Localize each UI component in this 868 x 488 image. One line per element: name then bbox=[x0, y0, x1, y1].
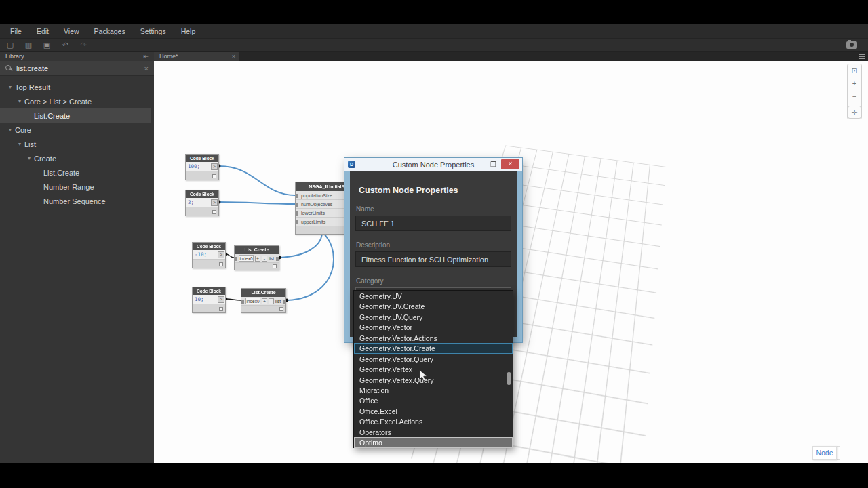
code-block-node[interactable]: Code Block 100; > bbox=[185, 154, 219, 180]
code-block-node[interactable]: Code Block 10; > bbox=[192, 287, 226, 313]
preview-checkbox[interactable] bbox=[273, 264, 277, 268]
menu-item[interactable]: Settings bbox=[133, 24, 174, 39]
scrollbar-thumb[interactable] bbox=[507, 372, 511, 385]
tree-item-label: List bbox=[24, 140, 36, 148]
minimize-icon[interactable]: – bbox=[481, 159, 486, 169]
tree-item-label: Core > List > Create bbox=[24, 98, 92, 106]
input-port[interactable] bbox=[296, 194, 298, 198]
input-label: numObjectives bbox=[301, 202, 332, 207]
code-block-node[interactable]: Code Block -10; > bbox=[192, 242, 226, 268]
workspace-menu-icon[interactable] bbox=[859, 54, 865, 59]
code-value[interactable]: 2; bbox=[186, 199, 194, 205]
category-option[interactable]: Geometry.Vector.Actions bbox=[354, 333, 513, 343]
open-file-icon[interactable]: ▥ bbox=[23, 39, 34, 51]
zoom-controls: ⊡+−✛ bbox=[847, 64, 862, 119]
code-block-node[interactable]: Code Block 2; > bbox=[185, 190, 219, 216]
preview-checkbox[interactable] bbox=[219, 262, 223, 266]
category-option[interactable]: Office bbox=[354, 395, 513, 405]
category-option[interactable]: Geometry.Vertex.Query bbox=[354, 375, 513, 385]
output-port[interactable]: > bbox=[218, 296, 224, 303]
expand-arrow-icon[interactable]: ▾ bbox=[24, 155, 34, 161]
zoom-out-icon[interactable]: − bbox=[848, 90, 861, 103]
expand-arrow-icon[interactable]: ▾ bbox=[15, 98, 24, 104]
code-value[interactable]: 100; bbox=[186, 163, 200, 169]
category-option[interactable]: Geometry.Vertex bbox=[354, 364, 513, 374]
collapse-panel-icon[interactable]: ⇤ bbox=[143, 53, 149, 60]
input-port[interactable] bbox=[241, 300, 244, 304]
input-port[interactable] bbox=[296, 211, 298, 216]
menu-item[interactable]: File bbox=[3, 24, 29, 39]
library-tree-item[interactable]: List.Create bbox=[0, 165, 151, 180]
add-input-button[interactable]: + bbox=[255, 256, 260, 262]
output-port[interactable]: > bbox=[211, 163, 218, 170]
maximize-icon[interactable]: ❐ bbox=[490, 159, 496, 169]
category-option[interactable]: Migration bbox=[354, 385, 513, 395]
view-toggle: Geom Node bbox=[812, 446, 840, 460]
library-tree-item[interactable]: List.Create bbox=[0, 108, 151, 123]
menu-item[interactable]: View bbox=[56, 24, 87, 39]
menu-item[interactable]: Packages bbox=[87, 24, 133, 39]
description-field[interactable] bbox=[355, 251, 511, 267]
library-tree-item[interactable]: ▾ List bbox=[0, 137, 151, 151]
list-create-node[interactable]: List.Create index0 + - list bbox=[234, 245, 279, 270]
name-field[interactable] bbox=[355, 216, 511, 231]
undo-icon[interactable]: ↶ bbox=[60, 39, 71, 51]
expand-arrow-icon[interactable]: ▾ bbox=[5, 127, 15, 133]
pan-icon[interactable]: ✛ bbox=[848, 106, 861, 119]
code-value[interactable]: -10; bbox=[193, 251, 207, 258]
tab-close-icon[interactable]: × bbox=[232, 52, 235, 61]
input-port[interactable] bbox=[235, 257, 237, 261]
preview-checkbox[interactable] bbox=[212, 174, 216, 178]
remove-input-button[interactable]: - bbox=[269, 298, 274, 304]
zoom-in-icon[interactable]: + bbox=[848, 77, 861, 90]
category-option[interactable]: Office.Excel.Actions bbox=[354, 416, 513, 426]
search-input[interactable] bbox=[16, 64, 140, 73]
menu-item[interactable]: Edit bbox=[29, 24, 56, 39]
library-tree-item[interactable]: Number Range bbox=[0, 180, 151, 194]
category-option[interactable]: Geometry.Vector.Query bbox=[354, 354, 513, 364]
library-tree-item[interactable]: ▾ Top Result bbox=[0, 80, 151, 94]
clear-search-icon[interactable]: × bbox=[144, 64, 149, 73]
fit-view-icon[interactable]: ⊡ bbox=[848, 64, 861, 77]
library-tree-item[interactable]: ▾ Core bbox=[0, 123, 151, 137]
expand-arrow-icon[interactable]: ▾ bbox=[15, 141, 24, 147]
redo-icon[interactable]: ↷ bbox=[78, 39, 89, 51]
node-title: Code Block bbox=[193, 243, 225, 250]
input-port[interactable] bbox=[296, 220, 298, 224]
remove-input-button[interactable]: - bbox=[262, 256, 267, 262]
close-icon[interactable]: × bbox=[501, 159, 519, 169]
category-option[interactable]: Geometry.Vector bbox=[354, 322, 513, 332]
menu-item[interactable]: Help bbox=[174, 24, 203, 39]
category-option[interactable]: Geometry.Vector.Create bbox=[354, 343, 513, 353]
expand-arrow-icon[interactable]: ▾ bbox=[5, 84, 15, 90]
output-port[interactable]: > bbox=[211, 199, 218, 206]
code-value[interactable]: 10; bbox=[193, 296, 204, 302]
category-option[interactable]: Geometry.UV bbox=[354, 291, 513, 301]
tree-item-label: Number Range bbox=[43, 183, 94, 191]
category-label: Category bbox=[356, 277, 517, 285]
category-option[interactable]: Office.Excel bbox=[354, 406, 513, 416]
library-tree-item[interactable]: ▾ Create bbox=[0, 151, 151, 165]
save-icon[interactable]: ▣ bbox=[41, 39, 52, 51]
output-port[interactable] bbox=[283, 300, 285, 304]
category-option[interactable]: Operators bbox=[354, 427, 513, 437]
new-file-icon[interactable]: ▢ bbox=[5, 39, 16, 51]
add-input-button[interactable]: + bbox=[262, 298, 267, 304]
output-port[interactable] bbox=[276, 257, 279, 261]
input-port[interactable] bbox=[296, 203, 298, 207]
library-tree-item[interactable]: ▾ Core > List > Create bbox=[0, 94, 151, 108]
workspace-canvas[interactable]: Code Block 100; > Code Block 2; > Code B… bbox=[154, 61, 868, 463]
node-view-button[interactable]: Node bbox=[812, 446, 837, 460]
preview-checkbox[interactable] bbox=[279, 307, 283, 311]
category-option[interactable]: Geometry.UV.Query bbox=[354, 312, 513, 322]
preview-checkbox[interactable] bbox=[219, 307, 223, 311]
category-option[interactable]: Geometry.UV.Create bbox=[354, 301, 513, 311]
library-tree-item[interactable]: Number Sequence bbox=[0, 194, 151, 208]
output-port[interactable]: > bbox=[218, 251, 224, 258]
dialog-titlebar[interactable]: D Custom Node Properties – ❐ × bbox=[344, 158, 522, 171]
list-create-node[interactable]: List.Create index0 + - list bbox=[241, 288, 286, 313]
tab-home[interactable]: Home* × bbox=[154, 52, 239, 61]
preview-checkbox[interactable] bbox=[212, 210, 216, 214]
camera-icon[interactable] bbox=[846, 41, 857, 49]
category-option[interactable]: Optimo bbox=[354, 437, 513, 447]
